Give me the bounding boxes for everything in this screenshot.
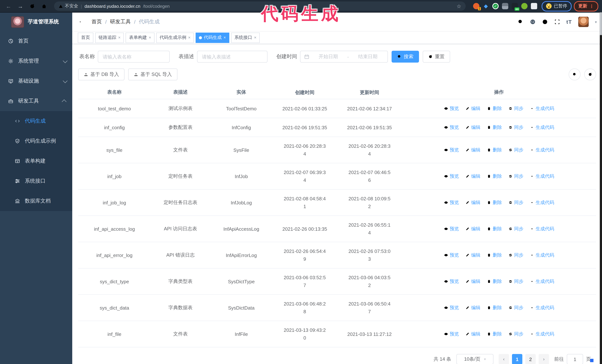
prev-page-button[interactable]: ‹ bbox=[499, 354, 509, 364]
preview-link[interactable]: 预览 bbox=[444, 226, 459, 232]
import-db-button[interactable]: 基于 DB 导入 bbox=[78, 69, 125, 80]
delete-link[interactable]: 删除 bbox=[487, 173, 502, 179]
edit-link[interactable]: 编辑 bbox=[465, 199, 481, 206]
extension-icon-6[interactable] bbox=[521, 3, 527, 9]
tab-system-api[interactable]: 系统接口× bbox=[231, 32, 260, 43]
preview-link[interactable]: 预览 bbox=[444, 173, 459, 179]
help-icon[interactable] bbox=[542, 19, 548, 25]
scrollbar-thumb[interactable] bbox=[600, 12, 602, 35]
generate-code-link[interactable]: 生成代码 bbox=[530, 252, 554, 258]
browser-menu-dots-icon[interactable]: ⋮ bbox=[589, 3, 594, 9]
delete-link[interactable]: 删除 bbox=[487, 278, 502, 285]
tab-code-generation[interactable]: 代码生成× bbox=[196, 32, 229, 43]
fullscreen-icon[interactable] bbox=[554, 19, 560, 25]
bookmark-star-icon[interactable]: ☆ bbox=[457, 3, 461, 9]
sidebar-item-codegen-example[interactable]: 代码生成示例 bbox=[0, 131, 72, 151]
table-desc-input[interactable] bbox=[197, 51, 268, 62]
address-bar[interactable]: 不安全 | dashboard.yudao.iocoder.cn/tool/co… bbox=[54, 1, 466, 11]
reset-button[interactable]: 重置 bbox=[423, 51, 450, 62]
generate-code-link[interactable]: 生成代码 bbox=[530, 173, 554, 179]
generate-code-link[interactable]: 生成代码 bbox=[530, 124, 554, 131]
sidebar-item-form-builder[interactable]: 表单构建 bbox=[0, 151, 72, 171]
sidebar-item-system-api[interactable]: 系统接口 bbox=[0, 171, 72, 191]
sidebar-item-code-generation[interactable]: 代码生成 bbox=[0, 111, 72, 131]
font-size-icon[interactable]: tT bbox=[566, 19, 572, 25]
generate-code-link[interactable]: 生成代码 bbox=[530, 105, 554, 112]
search-button[interactable]: 搜索 bbox=[392, 51, 419, 62]
sync-link[interactable]: 同步 bbox=[508, 199, 524, 206]
delete-link[interactable]: 删除 bbox=[487, 226, 502, 232]
preview-link[interactable]: 预览 bbox=[444, 124, 459, 131]
github-icon[interactable] bbox=[530, 19, 536, 25]
generate-code-link[interactable]: 生成代码 bbox=[530, 305, 554, 311]
sync-link[interactable]: 同步 bbox=[508, 226, 524, 232]
avatar-caret-down-icon[interactable]: ▾ bbox=[595, 20, 597, 24]
sync-link[interactable]: 同步 bbox=[508, 305, 524, 311]
page-button-1[interactable]: 1 bbox=[512, 354, 522, 364]
sidebar-item-home[interactable]: 首页 bbox=[0, 31, 72, 51]
extension-icon-5[interactable]: on bbox=[512, 3, 518, 9]
browser-back-icon[interactable]: ← bbox=[4, 1, 13, 11]
generate-code-link[interactable]: 生成代码 bbox=[530, 331, 554, 337]
sidebar-item-database-docs[interactable]: 数据库文档 bbox=[0, 191, 72, 211]
generate-code-link[interactable]: 生成代码 bbox=[530, 147, 554, 153]
edit-link[interactable]: 编辑 bbox=[465, 331, 481, 337]
preview-link[interactable]: 预览 bbox=[444, 278, 459, 285]
edit-link[interactable]: 编辑 bbox=[465, 124, 481, 131]
close-icon[interactable]: × bbox=[254, 36, 257, 40]
preview-link[interactable]: 预览 bbox=[444, 199, 459, 206]
delete-link[interactable]: 删除 bbox=[487, 199, 502, 206]
browser-home-icon[interactable] bbox=[39, 1, 49, 11]
extensions-puzzle-icon[interactable] bbox=[531, 3, 537, 9]
goto-page-input[interactable] bbox=[567, 354, 583, 364]
tab-home[interactable]: 首页 bbox=[78, 32, 93, 43]
user-avatar[interactable] bbox=[578, 17, 589, 27]
sync-link[interactable]: 同步 bbox=[508, 147, 524, 153]
table-name-input[interactable] bbox=[98, 51, 170, 62]
delete-link[interactable]: 删除 bbox=[487, 252, 502, 258]
tab-form-builder[interactable]: 表单构建× bbox=[126, 32, 154, 43]
breadcrumb-home[interactable]: 首页 bbox=[92, 19, 102, 25]
page-size-select[interactable]: 10条/页 ▾ bbox=[456, 354, 494, 364]
delete-link[interactable]: 删除 bbox=[487, 331, 502, 337]
sync-link[interactable]: 同步 bbox=[508, 252, 524, 258]
sidebar-item-system-management[interactable]: 系统管理 bbox=[0, 51, 72, 71]
sync-link[interactable]: 同步 bbox=[508, 105, 524, 112]
sidebar-collapse-icon[interactable] bbox=[79, 19, 85, 25]
delete-link[interactable]: 删除 bbox=[487, 147, 502, 153]
sync-link[interactable]: 同步 bbox=[508, 331, 524, 337]
preview-link[interactable]: 预览 bbox=[444, 105, 459, 112]
close-icon[interactable]: × bbox=[118, 36, 121, 40]
browser-update-button[interactable]: 更新 ⋮ bbox=[574, 1, 598, 11]
refresh-table-button[interactable] bbox=[584, 69, 596, 80]
edit-link[interactable]: 编辑 bbox=[465, 105, 481, 112]
sync-link[interactable]: 同步 bbox=[508, 124, 524, 131]
edit-link[interactable]: 编辑 bbox=[465, 278, 481, 285]
sidebar-item-dev-tools[interactable]: 研发工具 bbox=[0, 91, 72, 111]
profile-paused-badge[interactable]: 已暂停 bbox=[542, 1, 572, 11]
preview-link[interactable]: 预览 bbox=[444, 252, 459, 258]
next-page-button[interactable]: › bbox=[539, 354, 549, 364]
breadcrumb-dev-tools[interactable]: 研发工具 bbox=[110, 19, 131, 25]
sync-link[interactable]: 同步 bbox=[508, 278, 524, 285]
preview-link[interactable]: 预览 bbox=[444, 331, 459, 337]
tab-codegen-example[interactable]: 代码生成示例× bbox=[156, 32, 194, 43]
close-icon[interactable]: × bbox=[188, 36, 191, 40]
edit-link[interactable]: 编辑 bbox=[465, 252, 481, 258]
app-logo-row[interactable]: 芋道管理系统 bbox=[0, 13, 72, 31]
extension-icon-2[interactable]: ◆ bbox=[483, 3, 489, 9]
browser-reload-icon[interactable] bbox=[27, 1, 37, 11]
sync-link[interactable]: 同步 bbox=[508, 173, 524, 179]
import-sql-button[interactable]: 基于 SQL 导入 bbox=[128, 69, 178, 80]
toggle-search-button[interactable] bbox=[569, 69, 580, 80]
edit-link[interactable]: 编辑 bbox=[465, 173, 481, 179]
generate-code-link[interactable]: 生成代码 bbox=[530, 199, 554, 206]
extension-icon-4[interactable] bbox=[502, 3, 508, 9]
edit-link[interactable]: 编辑 bbox=[465, 147, 481, 153]
generate-code-link[interactable]: 生成代码 bbox=[530, 226, 554, 232]
page-button-2[interactable]: 2 bbox=[525, 354, 536, 364]
browser-forward-icon[interactable]: → bbox=[16, 1, 25, 11]
delete-link[interactable]: 删除 bbox=[487, 124, 502, 131]
create-time-range-picker[interactable]: 开始日期 - 结束日期 bbox=[300, 51, 388, 62]
preview-link[interactable]: 预览 bbox=[444, 305, 459, 311]
